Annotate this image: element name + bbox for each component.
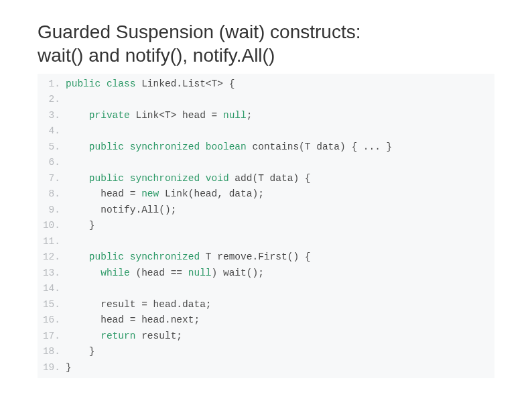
line-number: 13. bbox=[38, 266, 66, 281]
code-content: public class Linked.List<T> { bbox=[66, 76, 494, 92]
code-line: 11. bbox=[38, 234, 494, 249]
code-line: 14. bbox=[38, 281, 494, 296]
line-number: 8. bbox=[38, 186, 66, 202]
line-number: 17. bbox=[38, 329, 66, 344]
line-number: 11. bbox=[38, 234, 66, 249]
code-line: 12. public synchronized T remove.First()… bbox=[38, 249, 494, 265]
line-number: 19. bbox=[38, 360, 66, 376]
code-line: 1.public class Linked.List<T> { bbox=[38, 76, 494, 92]
code-line: 16. head = head.next; bbox=[38, 312, 494, 328]
code-content: return result; bbox=[66, 329, 494, 344]
code-content: head = head.next; bbox=[66, 312, 494, 328]
code-block: 1.public class Linked.List<T> {2.3. priv… bbox=[38, 74, 494, 378]
code-content: head = new Link(head, data); bbox=[66, 186, 494, 202]
code-line: 18. } bbox=[38, 344, 494, 359]
code-content: result = head.data; bbox=[66, 297, 494, 312]
line-number: 7. bbox=[38, 171, 66, 186]
code-line: 5. public synchronized boolean contains(… bbox=[38, 139, 494, 155]
line-number: 1. bbox=[38, 76, 66, 92]
line-number: 2. bbox=[38, 92, 66, 107]
line-number: 9. bbox=[38, 203, 66, 218]
line-number: 16. bbox=[38, 312, 66, 328]
code-line: 17. return result; bbox=[38, 329, 494, 344]
code-line: 2. bbox=[38, 92, 494, 107]
code-line: 10. } bbox=[38, 218, 494, 233]
line-number: 6. bbox=[38, 155, 66, 170]
line-number: 3. bbox=[38, 108, 66, 123]
code-content: } bbox=[66, 218, 494, 233]
line-number: 18. bbox=[38, 344, 66, 359]
line-number: 15. bbox=[38, 297, 66, 312]
code-line: 19.} bbox=[38, 360, 494, 376]
title-line-2: wait() and notify(), notify.All() bbox=[38, 45, 275, 66]
line-number: 4. bbox=[38, 123, 66, 139]
code-content: } bbox=[66, 360, 494, 376]
slide: Guarded Suspension (wait) constructs: wa… bbox=[0, 0, 532, 385]
code-content: public synchronized void add(T data) { bbox=[66, 171, 494, 186]
line-number: 5. bbox=[38, 139, 66, 155]
code-content: public synchronized T remove.First() { bbox=[66, 249, 494, 265]
slide-title: Guarded Suspension (wait) constructs: wa… bbox=[38, 20, 494, 67]
title-line-1: Guarded Suspension (wait) constructs: bbox=[38, 21, 360, 42]
code-content: notify.All(); bbox=[66, 203, 494, 218]
code-line: 15. result = head.data; bbox=[38, 297, 494, 312]
code-content: public synchronized boolean contains(T d… bbox=[66, 139, 494, 155]
code-line: 3. private Link<T> head = null; bbox=[38, 108, 494, 123]
line-number: 12. bbox=[38, 249, 66, 265]
code-line: 9. notify.All(); bbox=[38, 203, 494, 218]
line-number: 14. bbox=[38, 281, 66, 296]
code-content: } bbox=[66, 344, 494, 359]
code-line: 7. public synchronized void add(T data) … bbox=[38, 171, 494, 186]
code-line: 4. bbox=[38, 123, 494, 139]
line-number: 10. bbox=[38, 218, 66, 233]
code-content: private Link<T> head = null; bbox=[66, 108, 494, 123]
code-line: 8. head = new Link(head, data); bbox=[38, 186, 494, 202]
code-line: 13. while (head == null) wait(); bbox=[38, 266, 494, 281]
code-content: while (head == null) wait(); bbox=[66, 266, 494, 281]
code-line: 6. bbox=[38, 155, 494, 170]
